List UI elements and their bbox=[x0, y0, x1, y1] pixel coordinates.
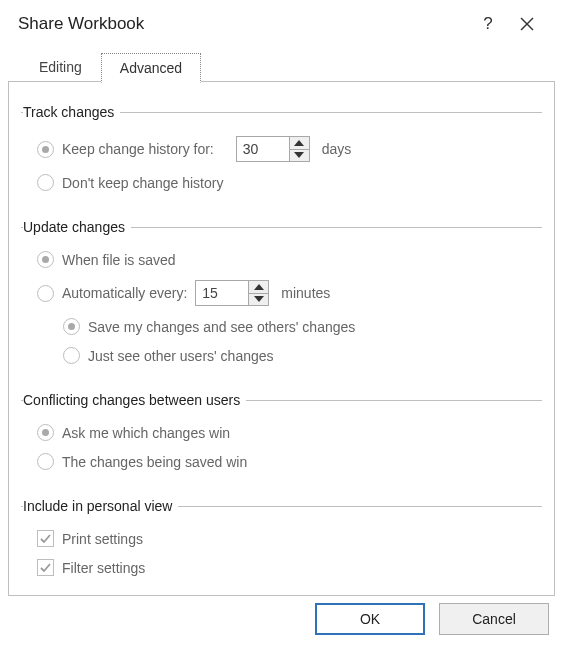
group-personal-view: Include in personal view Print settings … bbox=[21, 498, 542, 588]
minutes-unit: minutes bbox=[281, 285, 330, 301]
close-button[interactable] bbox=[505, 17, 549, 31]
option-label: Filter settings bbox=[62, 560, 145, 576]
title-bar: Share Workbook ? bbox=[0, 0, 563, 44]
cancel-button[interactable]: Cancel bbox=[439, 603, 549, 635]
option-label: When file is saved bbox=[62, 252, 176, 268]
chevron-down-icon bbox=[294, 152, 304, 158]
check-icon bbox=[39, 532, 52, 545]
option-label: Don't keep change history bbox=[62, 175, 223, 191]
spinner-up-button[interactable] bbox=[249, 281, 268, 293]
option-label: The changes being saved win bbox=[62, 454, 247, 470]
minutes-spinner[interactable] bbox=[195, 280, 269, 306]
chevron-up-icon bbox=[254, 284, 264, 290]
ok-button[interactable]: OK bbox=[315, 603, 425, 635]
option-dont-keep-history[interactable]: Don't keep change history bbox=[37, 174, 536, 191]
group-track-changes: Track changes Keep change history for: d… bbox=[21, 104, 542, 203]
check-icon bbox=[39, 561, 52, 574]
group-legend: Conflicting changes between users bbox=[23, 392, 246, 408]
svg-marker-4 bbox=[254, 284, 264, 290]
radio-icon bbox=[37, 174, 54, 191]
option-auto-every[interactable]: Automatically every: minutes bbox=[37, 280, 536, 306]
radio-icon bbox=[63, 318, 80, 335]
radio-icon bbox=[37, 251, 54, 268]
radio-icon bbox=[63, 347, 80, 364]
svg-marker-3 bbox=[294, 152, 304, 158]
option-label: Print settings bbox=[62, 531, 143, 547]
checkbox-icon bbox=[37, 559, 54, 576]
tab-editing[interactable]: Editing bbox=[20, 52, 101, 82]
spinner-down-button[interactable] bbox=[249, 293, 268, 306]
days-unit: days bbox=[322, 141, 352, 157]
minutes-input[interactable] bbox=[196, 281, 248, 305]
radio-icon bbox=[37, 424, 54, 441]
group-update-changes: Update changes When file is saved Automa… bbox=[21, 219, 542, 376]
help-button[interactable]: ? bbox=[471, 14, 505, 34]
option-keep-history[interactable]: Keep change history for: days bbox=[37, 136, 536, 162]
option-label: Ask me which changes win bbox=[62, 425, 230, 441]
option-print-settings[interactable]: Print settings bbox=[37, 530, 536, 547]
days-spinner[interactable] bbox=[236, 136, 310, 162]
window-title: Share Workbook bbox=[18, 14, 471, 34]
radio-icon bbox=[37, 453, 54, 470]
option-label: Automatically every: bbox=[62, 285, 187, 301]
tab-panel: Track changes Keep change history for: d… bbox=[8, 82, 555, 596]
svg-marker-2 bbox=[294, 140, 304, 146]
close-icon bbox=[520, 17, 534, 31]
dialog-footer: OK Cancel bbox=[315, 603, 549, 635]
option-ask-which-win[interactable]: Ask me which changes win bbox=[37, 424, 536, 441]
chevron-up-icon bbox=[294, 140, 304, 146]
days-input[interactable] bbox=[237, 137, 289, 161]
option-label: Keep change history for: bbox=[62, 141, 214, 157]
tab-advanced[interactable]: Advanced bbox=[101, 53, 201, 83]
group-conflicting-changes: Conflicting changes between users Ask me… bbox=[21, 392, 542, 482]
spinner-down-button[interactable] bbox=[290, 149, 309, 162]
spinner-up-button[interactable] bbox=[290, 137, 309, 149]
option-save-my-changes[interactable]: Save my changes and see others' changes bbox=[63, 318, 536, 335]
option-when-saved[interactable]: When file is saved bbox=[37, 251, 536, 268]
option-label: Just see other users' changes bbox=[88, 348, 274, 364]
radio-icon bbox=[37, 141, 54, 158]
radio-icon bbox=[37, 285, 54, 302]
option-filter-settings[interactable]: Filter settings bbox=[37, 559, 536, 576]
svg-marker-5 bbox=[254, 296, 264, 302]
tab-bar: Editing Advanced bbox=[0, 44, 563, 82]
checkbox-icon bbox=[37, 530, 54, 547]
group-legend: Track changes bbox=[23, 104, 120, 120]
option-label: Save my changes and see others' changes bbox=[88, 319, 355, 335]
chevron-down-icon bbox=[254, 296, 264, 302]
option-just-see-others[interactable]: Just see other users' changes bbox=[63, 347, 536, 364]
group-legend: Update changes bbox=[23, 219, 131, 235]
option-saved-win[interactable]: The changes being saved win bbox=[37, 453, 536, 470]
group-legend: Include in personal view bbox=[23, 498, 178, 514]
